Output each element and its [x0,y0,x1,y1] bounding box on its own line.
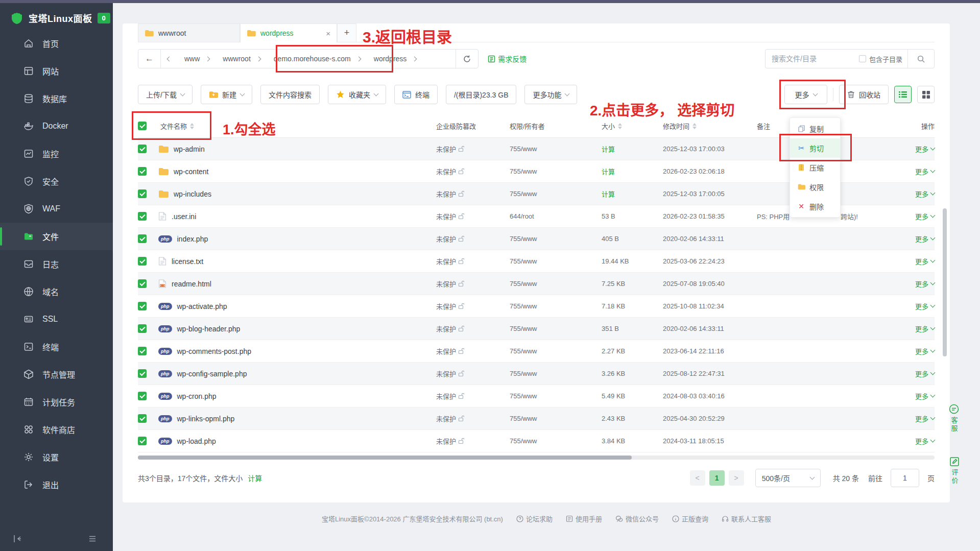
tab-close-icon[interactable]: × [326,29,330,38]
table-row[interactable]: readme.html 未保护 755/www 7.25 KB 2025-07-… [138,273,935,295]
row-checkbox[interactable] [138,369,147,378]
file-name[interactable]: wp-comments-post.php [177,347,252,355]
sidebar-item-security[interactable]: 安全 [0,167,113,195]
goto-page-input[interactable] [891,469,919,487]
row-more-button[interactable]: 更多 [894,369,935,378]
footer-link-support[interactable]: 联系人工客服 [722,514,771,523]
table-row[interactable]: wp-load.php 未保护 755/www 3.84 KB 2024-03-… [138,430,935,452]
row-checkbox[interactable] [138,189,147,198]
file-name[interactable]: wp-activate.php [177,302,227,310]
more-features-button[interactable]: 更多功能 [524,85,577,104]
footer-link-verify[interactable]: 正版查询 [672,514,708,523]
sidebar-item-logs[interactable]: 日志 [0,250,113,278]
file-name[interactable]: license.txt [172,257,203,266]
breadcrumb-segment-wordpress[interactable]: wordpress [367,50,423,68]
include-subdir-option[interactable]: 包含子目录 [859,54,907,64]
terminal-button[interactable]: 终端 [394,85,438,104]
row-checkbox[interactable] [138,414,147,423]
back-button[interactable]: ← [138,50,160,68]
sidebar-item-nodes[interactable]: 节点管理 [0,361,113,388]
file-name[interactable]: wp-load.php [177,437,216,445]
next-page-button[interactable]: > [729,470,744,486]
sidebar-item-settings[interactable]: 设置 [0,443,113,471]
row-checkbox[interactable] [138,437,147,445]
list-view-toggle[interactable] [894,86,912,103]
file-name[interactable]: wp-blog-header.php [177,325,241,333]
file-name[interactable]: wp-content [174,167,208,176]
file-name[interactable]: wp-config-sample.php [177,370,247,378]
column-header-size[interactable]: 大小 [602,121,663,131]
content-search-button[interactable]: 文件内容搜索 [260,85,320,104]
favorites-button[interactable]: 收藏夹 [328,85,386,104]
sidebar-collapse-icon[interactable] [12,534,22,544]
calc-size-link[interactable]: 计算 [602,166,663,176]
row-more-button[interactable]: 更多 [894,414,935,423]
column-header-perm[interactable]: 权限/所有者 [510,121,602,131]
current-page-button[interactable]: 1 [709,470,725,486]
row-more-button[interactable]: 更多 [894,256,935,266]
row-more-button[interactable]: 更多 [894,301,935,311]
row-checkbox[interactable] [138,234,147,243]
sidebar-item-cron[interactable]: 计划任务 [0,388,113,416]
row-checkbox[interactable] [138,145,147,153]
table-row[interactable]: index.php 未保护 755/www 405 B 2020-02-06 1… [138,228,935,250]
file-name[interactable]: index.php [177,235,208,243]
table-row[interactable]: wp-activate.php 未保护 755/www 7.18 KB 2025… [138,295,935,318]
select-all-checkbox[interactable] [138,122,147,130]
sidebar-item-monitor[interactable]: 监控 [0,140,113,167]
row-checkbox[interactable] [138,212,147,221]
file-name[interactable]: readme.html [172,280,211,288]
table-row[interactable]: wp-links-opml.php 未保护 755/www 2.43 KB 20… [138,408,935,430]
calc-size-link[interactable]: 计算 [602,144,663,154]
file-name[interactable]: wp-cron.php [177,392,217,400]
sidebar-item-domain[interactable]: 域名 [0,278,113,305]
search-input[interactable] [766,55,859,63]
new-button[interactable]: 新建 [201,85,252,104]
breadcrumb-path-input[interactable] [423,50,456,68]
table-row[interactable]: wp-comments-post.php 未保护 755/www 2.27 KB… [138,340,935,363]
sidebar-item-appstore[interactable]: 软件商店 [0,416,113,443]
subdir-checkbox[interactable] [859,55,866,62]
sort-icon[interactable] [692,123,697,129]
row-more-button[interactable]: 更多 [894,211,935,221]
breadcrumb-segment-wwwroot[interactable]: wwwroot [216,50,267,68]
sidebar-item-home[interactable]: 首页 [0,30,113,57]
row-more-button[interactable]: 更多 [894,144,935,154]
row-more-button[interactable]: 更多 [894,279,935,289]
menu-item-copy[interactable]: 复制 [790,119,840,138]
vertical-scrollbar-thumb[interactable] [943,208,947,356]
recycle-bin-button[interactable]: 回收站 [839,85,889,104]
row-checkbox[interactable] [138,257,147,266]
message-count-badge[interactable]: 0 [98,13,110,23]
row-more-button[interactable]: 更多 [894,234,935,244]
sidebar-item-database[interactable]: 数据库 [0,85,113,112]
refresh-button[interactable] [456,50,478,68]
per-page-select[interactable]: 500条/页 [755,469,821,487]
menu-item-perm[interactable]: 权限 [790,177,840,197]
sidebar-item-waf[interactable]: WAF [0,195,113,223]
review-widget[interactable]: 评价 [949,457,960,485]
footer-link-wechat[interactable]: 微信公众号 [615,514,659,523]
breadcrumb-segment-www[interactable]: www [178,50,216,68]
footer-link-forum[interactable]: 论坛求助 [516,514,553,523]
breadcrumb-segment-site[interactable]: demo.morehouse-s.com [267,50,367,68]
row-checkbox[interactable] [138,167,147,176]
row-checkbox[interactable] [138,302,147,310]
table-row[interactable]: wp-blog-header.php 未保护 755/www 351 B 202… [138,318,935,340]
sort-icon[interactable] [618,123,622,129]
new-tab-button[interactable]: + [337,23,356,42]
file-name[interactable]: .user.ini [172,212,196,221]
menu-item-zip[interactable]: 压缩 [790,158,840,177]
tab-wordpress[interactable]: wordpress × [240,23,337,42]
sidebar-item-ssl[interactable]: SSL [0,305,113,333]
disk-usage-button[interactable]: /(根目录)23.3 GB [446,85,517,104]
sidebar-item-logout[interactable]: 退出 [0,471,113,498]
row-checkbox[interactable] [138,279,147,288]
tab-wwwroot[interactable]: wwwroot [138,23,240,42]
horizontal-scrollbar-thumb[interactable] [138,456,632,460]
row-more-button[interactable]: 更多 [894,346,935,356]
more-button[interactable]: 更多 [784,85,827,104]
feedback-link[interactable]: 需求反馈 [488,54,527,64]
calc-size-link[interactable]: 计算 [602,189,663,199]
file-name[interactable]: wp-links-opml.php [177,415,235,423]
